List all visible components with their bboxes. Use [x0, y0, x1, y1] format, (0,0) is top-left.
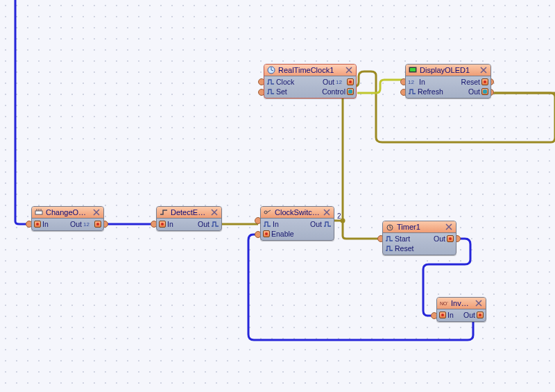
node-title: Timer1: [397, 223, 442, 231]
pin-icon: [477, 312, 484, 318]
port-enable[interactable]: Enable: [261, 230, 332, 238]
port-label: Out: [323, 78, 334, 86]
port-label: Reset: [461, 78, 480, 86]
type-icon-pulse: [211, 221, 219, 228]
pin-icon: [94, 221, 101, 228]
port-label: Set: [276, 87, 287, 96]
port-out[interactable]: Out: [434, 235, 456, 243]
port-label: In: [273, 220, 279, 228]
module-icon: [409, 66, 417, 74]
node-changeonly1[interactable]: ChangeOnly1 In Out12: [31, 206, 104, 231]
type-icon-pulse: [408, 88, 416, 95]
svg-text:NOT: NOT: [440, 301, 448, 306]
port-label: Reset: [395, 244, 413, 253]
wire-layer: [0, 0, 555, 392]
type-icon-pulse: [266, 78, 275, 85]
type-icon-pulse: [385, 245, 393, 252]
node-inverter1[interactable]: NOT Inverter1 In Out: [436, 297, 486, 322]
node-title: Inverter1: [451, 299, 472, 307]
port-label: Out: [463, 311, 475, 319]
port-in[interactable]: In: [157, 220, 198, 228]
port-label: In: [419, 78, 425, 86]
node-realtimeclock1[interactable]: RealTimeClock1 Clock Out12 Set Control: [264, 64, 357, 99]
pin-icon-i2c: [481, 88, 488, 95]
node-title: RealTimeClock1: [278, 66, 342, 74]
pin-icon: [439, 312, 446, 318]
type-icon-text: 12: [408, 78, 418, 85]
config-icon[interactable]: [92, 208, 101, 216]
port-clock[interactable]: Clock: [264, 78, 323, 86]
port-label: In: [167, 220, 173, 228]
port-out[interactable]: Out: [468, 87, 490, 96]
port-set[interactable]: Set: [264, 87, 322, 96]
port-in[interactable]: In: [437, 311, 463, 319]
node-title: DisplayOLED1: [420, 66, 477, 74]
config-icon[interactable]: [445, 223, 453, 231]
port-label: Out: [468, 87, 480, 96]
node-clockswitch1[interactable]: ClockSwitch1 In Out Enable: [260, 206, 334, 241]
module-icon: [267, 66, 275, 74]
config-icon[interactable]: [479, 66, 488, 74]
pin-icon: [447, 235, 454, 242]
port-in[interactable]: 12In: [406, 78, 461, 86]
config-icon[interactable]: [345, 66, 353, 74]
port-label: Start: [395, 235, 410, 243]
node-displayoled1[interactable]: DisplayOLED1 12In Reset Refresh Out: [405, 64, 491, 99]
module-icon: [160, 208, 168, 216]
port-label: Out: [70, 220, 82, 228]
svg-rect-0: [35, 211, 42, 214]
port-label: Enable: [271, 230, 294, 238]
node-timer1[interactable]: Timer1 Start Out Reset: [382, 221, 456, 255]
port-label: Control: [322, 87, 345, 96]
pin-icon: [34, 221, 41, 228]
type-icon-text: 12: [83, 221, 93, 228]
port-reset[interactable]: Reset: [461, 78, 490, 86]
node-title: DetectEdge1: [171, 208, 207, 216]
port-refresh[interactable]: Refresh: [406, 87, 468, 96]
svg-text:12: 12: [336, 79, 342, 85]
visual-flow-canvas[interactable]: 2 ChangeOnly1 In Out12 DetectEdge1 In Ou…: [0, 0, 555, 392]
port-out[interactable]: Out: [198, 220, 221, 228]
pin-icon: [347, 78, 354, 85]
port-label: Out: [434, 235, 445, 243]
port-out[interactable]: Out: [463, 311, 486, 319]
pin-icon-i2c: [347, 88, 354, 95]
pin-icon: [263, 230, 270, 237]
wire-fanout-count: 2: [337, 212, 341, 220]
type-icon-text: 12: [336, 78, 345, 85]
module-icon: [386, 223, 394, 231]
config-icon[interactable]: [210, 208, 219, 216]
config-icon[interactable]: [323, 208, 331, 216]
type-icon-pulse: [323, 221, 332, 228]
type-icon-pulse: [385, 235, 393, 242]
port-reset[interactable]: Reset: [383, 244, 454, 253]
svg-text:12: 12: [408, 79, 414, 85]
pin-icon: [481, 78, 488, 85]
type-icon-pulse: [266, 88, 275, 95]
port-label: In: [447, 311, 454, 319]
port-label: Out: [198, 220, 210, 228]
port-in[interactable]: In: [261, 220, 310, 228]
node-detectedge1[interactable]: DetectEdge1 In Out: [156, 206, 222, 231]
config-icon[interactable]: [475, 299, 483, 307]
module-icon: [264, 208, 272, 216]
port-out[interactable]: Out: [310, 220, 334, 228]
port-start[interactable]: Start: [383, 235, 434, 243]
port-label: Out: [310, 220, 322, 228]
node-title: ClockSwitch1: [275, 208, 320, 216]
port-label: Refresh: [418, 87, 443, 96]
type-icon-pulse: [263, 221, 271, 228]
port-label: Clock: [276, 78, 294, 86]
svg-point-2: [264, 211, 267, 214]
svg-text:12: 12: [83, 221, 89, 228]
port-label: In: [42, 220, 49, 228]
port-control[interactable]: Control: [322, 87, 356, 96]
node-title: ChangeOnly1: [46, 208, 89, 216]
port-out[interactable]: Out12: [70, 220, 103, 228]
module-icon: NOT: [440, 299, 448, 307]
port-out[interactable]: Out12: [323, 78, 356, 86]
module-icon: [35, 208, 43, 216]
svg-rect-8: [410, 68, 416, 71]
port-in[interactable]: In: [32, 220, 70, 228]
pin-icon: [159, 221, 166, 228]
